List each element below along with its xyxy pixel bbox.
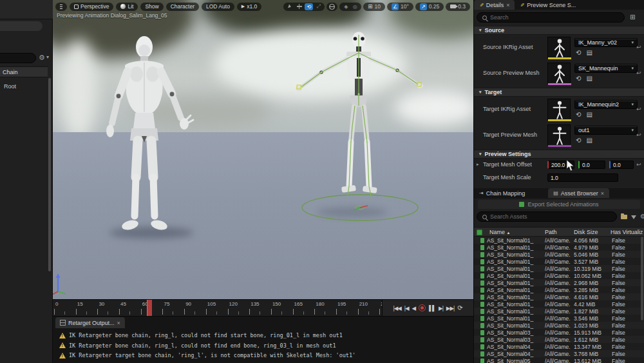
gear-icon[interactable]: ⚙ bbox=[640, 213, 644, 220]
asset-row[interactable]: AS_Sit_Normal01_/All/Game.2.968 MiBFalse bbox=[474, 279, 644, 286]
source-ikrig-thumbnail[interactable] bbox=[547, 37, 571, 58]
surface-snap-icon[interactable]: ◈ bbox=[343, 3, 349, 10]
source-mesh-dropdown[interactable]: SK_Mannequin▾ bbox=[574, 64, 638, 73]
step-forward-button[interactable]: ▶| bbox=[439, 305, 443, 311]
grid-snap-button[interactable]: ⊞10 bbox=[363, 3, 385, 11]
rotate-tool-icon[interactable]: ⟲ bbox=[305, 3, 313, 10]
details-search-input[interactable]: Search bbox=[477, 12, 625, 23]
browse-icon[interactable]: ▤ bbox=[586, 137, 592, 144]
chain-column-header[interactable]: Chain bbox=[0, 66, 48, 77]
timeline-tick[interactable]: 120 bbox=[228, 300, 250, 317]
jump-to-front-button[interactable]: |◀◀ bbox=[393, 305, 401, 311]
lod-auto-button[interactable]: LOD Auto bbox=[202, 3, 234, 11]
asset-row[interactable]: AS_Sit_Normal01_/All/Game.10.062 MiBFals… bbox=[474, 272, 644, 279]
target-character[interactable] bbox=[288, 30, 430, 230]
chain-item-root[interactable]: Root bbox=[0, 81, 48, 92]
browse-icon[interactable]: ▤ bbox=[586, 75, 592, 82]
asset-row[interactable]: AS_Sit_Normal03_/All/Game.15.913 MiBFals… bbox=[474, 329, 644, 336]
character-button[interactable]: Character bbox=[166, 3, 199, 11]
column-name[interactable]: Name ▲ bbox=[489, 229, 542, 235]
timeline-tick[interactable]: 45 bbox=[119, 300, 141, 317]
chevron-down-icon[interactable]: ▾ bbox=[46, 54, 49, 60]
timeline-tick[interactable]: 165 bbox=[293, 300, 315, 317]
playback-speed-button[interactable]: ▶x1.0 bbox=[237, 3, 261, 11]
scale-tool-icon[interactable]: ⤢ bbox=[314, 3, 323, 10]
section-target[interactable]: ▾ Target bbox=[474, 88, 644, 97]
browse-icon[interactable]: ▤ bbox=[586, 111, 592, 118]
use-selected-icon[interactable]: ⟲ bbox=[576, 49, 581, 56]
log-warning-line[interactable]: IK Retargeter bone chain, ring_l, could … bbox=[59, 332, 471, 338]
section-preview-settings[interactable]: ▾ Preview Settings bbox=[474, 150, 644, 159]
offset-y-field[interactable] bbox=[578, 161, 605, 169]
target-mesh-thumbnail[interactable] bbox=[547, 124, 571, 146]
asset-row[interactable]: AS_Sit_Normal03_/All/Game.1.612 MiBFalse bbox=[474, 336, 644, 343]
timeline-tick[interactable]: 180 bbox=[314, 300, 336, 317]
asset-row[interactable]: AS_Sit_Normal01_/All/Game.1.023 MiBFalse bbox=[474, 322, 644, 329]
timeline-tick[interactable]: 75 bbox=[162, 300, 184, 317]
gear-icon[interactable]: ⚙ bbox=[39, 54, 45, 62]
retarget-output-tab[interactable]: Retarget Output... × bbox=[55, 317, 125, 328]
reset-icon[interactable]: ↩ bbox=[636, 161, 641, 168]
use-selected-icon[interactable]: ⟲ bbox=[576, 75, 581, 82]
asset-row[interactable]: AS_Sit_Normal04_/All/Game.13.347 MiBFals… bbox=[474, 343, 644, 350]
vertex-snap-icon[interactable]: ◎ bbox=[352, 3, 358, 10]
chain-search-input[interactable] bbox=[0, 53, 36, 63]
world-local-toggle[interactable] bbox=[327, 3, 337, 11]
asset-row[interactable]: AS_Sit_Normal01_/All/Game.5.046 MiBFalse bbox=[474, 251, 644, 258]
timeline-tick[interactable]: 15 bbox=[76, 300, 98, 317]
asset-row[interactable]: AS_Sit_Normal05_/All/Game.13.612 MiBFals… bbox=[474, 357, 644, 363]
camera-speed-button[interactable]: 0.3 bbox=[446, 3, 470, 11]
source-character[interactable] bbox=[90, 34, 200, 237]
target-mesh-dropdown[interactable]: out1▾ bbox=[574, 126, 638, 135]
asset-row[interactable]: AS_Sit_Normal01_/All/Game.4.056 MiBFalse bbox=[474, 237, 644, 244]
scale-field[interactable] bbox=[547, 173, 618, 182]
asset-row[interactable]: AS_Sit_Normal01_/All/Game.3.546 MiBFalse bbox=[474, 315, 644, 322]
log-warning-line[interactable]: IK Retargeter bone chain, ring_l, could … bbox=[59, 342, 471, 349]
column-disk-size[interactable]: Disk Size bbox=[574, 229, 609, 235]
target-ikrig-thumbnail[interactable] bbox=[547, 99, 571, 120]
timeline-tick[interactable]: 150 bbox=[271, 300, 293, 317]
scale-snap-button[interactable]: ↗0.25 bbox=[415, 3, 444, 11]
show-button[interactable]: Show bbox=[140, 3, 163, 11]
target-ikrig-dropdown[interactable]: IK_Mannequin2▾ bbox=[574, 100, 638, 109]
use-selected-icon[interactable]: ⟲ bbox=[576, 137, 581, 144]
timeline-tick[interactable]: 30 bbox=[97, 300, 119, 317]
asset-row[interactable]: AS_Sit_Normal01_/All/Game.3.527 MiBFalse bbox=[474, 258, 644, 265]
left-panel-button[interactable] bbox=[0, 21, 43, 31]
play-reverse-button[interactable]: ◀ bbox=[412, 305, 416, 311]
asset-list-scrollbar[interactable] bbox=[641, 237, 643, 320]
loop-button[interactable]: ⟳ bbox=[457, 304, 462, 311]
filter-icon[interactable] bbox=[631, 215, 636, 219]
viewport-menu-button[interactable] bbox=[55, 3, 67, 11]
log-warning-line[interactable]: IK Retargeter target bone chain, 'ring_l… bbox=[59, 352, 471, 358]
asset-row[interactable]: AS_Sit_Normal01_/All/Game.4.616 MiBFalse bbox=[474, 293, 644, 300]
asset-search-input[interactable]: Search Assets bbox=[477, 211, 617, 222]
asset-row[interactable]: AS_Sit_Normal04_/All/Game.3.768 MiBFalse bbox=[474, 350, 644, 357]
timeline-tick[interactable]: 90 bbox=[184, 300, 206, 317]
asset-row[interactable]: AS_Sit_Normal01_/All/Game.10.319 MiBFals… bbox=[474, 265, 644, 272]
timeline-tick[interactable]: 135 bbox=[249, 300, 271, 317]
close-icon[interactable]: × bbox=[506, 2, 509, 8]
timeline-playhead[interactable] bbox=[147, 300, 152, 317]
record-button[interactable] bbox=[419, 304, 426, 311]
asset-row[interactable]: AS_Sit_Normal01_/All/Game.4.979 MiBFalse bbox=[474, 244, 644, 251]
step-back-button[interactable]: |◀ bbox=[404, 305, 409, 311]
tab-chain-mapping[interactable]: ⇥ Chain Mapping bbox=[474, 188, 530, 198]
chain-scrollbar[interactable] bbox=[48, 78, 51, 271]
asset-row[interactable]: AS_Sit_Normal01_/All/Game.4.42 MiBFalse bbox=[474, 300, 644, 308]
asset-row[interactable]: AS_Sit_Normal01_/All/Game.3.285 MiBFalse bbox=[474, 286, 644, 293]
timeline-tick[interactable]: 195 bbox=[336, 300, 358, 317]
select-tool-icon[interactable] bbox=[285, 3, 294, 10]
reset-icon[interactable]: ↩ bbox=[636, 132, 641, 138]
export-selected-animations-button[interactable]: Export Selected Animations bbox=[478, 200, 640, 209]
caret-right-icon[interactable]: ▸ bbox=[477, 162, 479, 167]
close-icon[interactable]: × bbox=[601, 190, 604, 197]
section-source[interactable]: ▾ Source bbox=[474, 26, 644, 35]
close-icon[interactable]: × bbox=[117, 320, 120, 326]
timeline-tick[interactable]: 210 bbox=[358, 300, 380, 317]
details-view-options-icon[interactable]: ⊞ bbox=[630, 14, 635, 21]
jump-to-end-button[interactable]: ▶▶| bbox=[446, 305, 454, 311]
revision-control-icon[interactable] bbox=[477, 230, 482, 235]
perspective-button[interactable]: Perspective bbox=[70, 3, 113, 11]
timeline-tick[interactable]: 0 bbox=[54, 300, 76, 317]
